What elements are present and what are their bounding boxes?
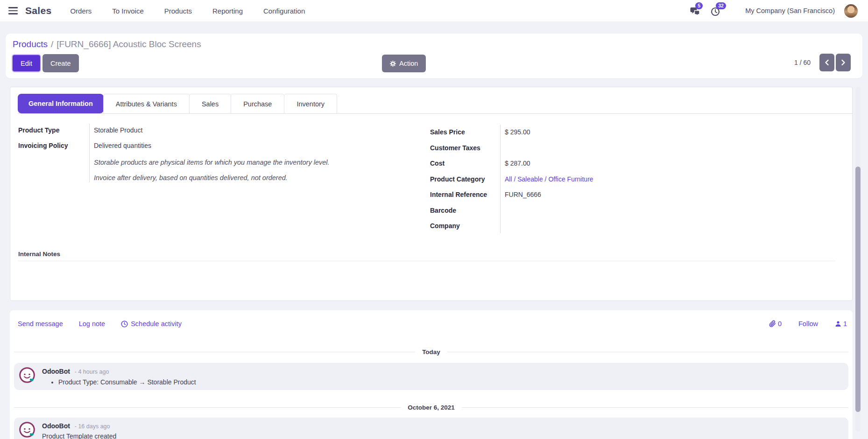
message-timestamp: - 4 hours ago <box>75 369 109 375</box>
internal-notes-section: Internal Notes <box>18 251 835 261</box>
breadcrumb-current: [FURN_6666] Acoustic Bloc Screens <box>56 39 201 49</box>
field-group-left: Product Type Storable Product Invoicing … <box>18 123 364 184</box>
create-button[interactable]: Create <box>42 54 79 72</box>
menu-to-invoice[interactable]: To Invoice <box>112 7 144 15</box>
tab-purchase[interactable]: Purchase <box>231 94 284 113</box>
menu-orders[interactable]: Orders <box>70 7 92 15</box>
send-message-button[interactable]: Send message <box>18 320 63 328</box>
activities-button[interactable]: 32 <box>711 5 723 17</box>
field-value-product-type: Storable Product <box>89 123 364 138</box>
message-october[interactable]: OdooBot - 16 days ago Product Template c… <box>14 418 848 439</box>
company-name[interactable]: My Company (San Francisco) <box>745 7 835 14</box>
odoobot-avatar <box>19 421 36 439</box>
messages-button[interactable]: 5 <box>690 5 702 17</box>
tab-attributes-variants[interactable]: Attributes & Variants <box>103 94 190 113</box>
message-header: OdooBot - 4 hours ago <box>14 363 848 375</box>
message-body: Product Template created <box>14 430 848 439</box>
field-value-customer-taxes <box>500 140 848 156</box>
follower-count: 1 <box>843 320 847 328</box>
message-author[interactable]: OdooBot <box>42 368 70 375</box>
field-value-barcode <box>500 203 848 219</box>
follow-button[interactable]: Follow <box>798 320 818 328</box>
attachment-count: 0 <box>778 320 782 328</box>
field-label-product-category: Product Category <box>430 172 500 188</box>
field-value-product-category-link[interactable]: All / Saleable / Office Furniture <box>505 175 593 183</box>
apps-menu-icon[interactable] <box>8 7 18 14</box>
date-divider-today: Today <box>14 348 848 355</box>
field-label-company: Company <box>430 218 500 234</box>
tab-inventory[interactable]: Inventory <box>284 94 337 113</box>
odoobot-avatar <box>19 367 36 384</box>
date-divider-label: October 6, 2021 <box>401 404 462 411</box>
chevron-right-icon <box>841 59 846 66</box>
pager-previous-button[interactable] <box>819 54 834 71</box>
message-today[interactable]: OdooBot - 4 hours ago Product Type: Cons… <box>14 363 848 390</box>
chatter-toolbar: Send message Log note Schedule activity … <box>18 320 847 328</box>
person-icon <box>835 321 841 327</box>
internal-notes-divider <box>18 261 835 261</box>
chatter-toolbar-right: 0 Follow 1 <box>769 320 847 328</box>
pager: 1 / 60 <box>794 54 851 71</box>
tab-general-information[interactable]: General Information <box>18 94 104 113</box>
field-label-invoicing-policy: Invoicing Policy <box>18 138 89 153</box>
top-navbar: Sales Orders To Invoice Products Reporti… <box>0 0 868 21</box>
menu-configuration[interactable]: Configuration <box>263 7 305 15</box>
field-value-internal-reference: FURN_6666 <box>500 187 848 203</box>
action-button-label: Action <box>399 60 418 67</box>
user-avatar[interactable] <box>844 4 858 18</box>
breadcrumb-products-link[interactable]: Products <box>13 39 48 49</box>
field-label-internal-reference: Internal Reference <box>430 187 500 203</box>
pager-next-button[interactable] <box>836 54 851 71</box>
paperclip-icon <box>769 320 776 328</box>
activities-badge: 32 <box>716 2 726 9</box>
control-panel: Products/[FURN_6666] Acoustic Bloc Scree… <box>6 34 862 78</box>
followers-button[interactable]: 1 <box>835 320 847 328</box>
message-author[interactable]: OdooBot <box>42 422 70 430</box>
chevron-left-icon <box>825 59 829 66</box>
edit-button[interactable]: Edit <box>12 54 41 72</box>
scrollbar-thumb[interactable] <box>855 167 861 412</box>
action-button[interactable]: Action <box>382 55 426 72</box>
product-form-sheet: General Information Attributes & Variant… <box>10 87 853 301</box>
field-value-sales-price: $ 295.00 <box>500 125 848 140</box>
chatter: Send message Log note Schedule activity … <box>10 310 853 439</box>
field-label-barcode: Barcode <box>430 203 500 219</box>
log-note-button[interactable]: Log note <box>79 320 105 328</box>
schedule-activity-button[interactable]: Schedule activity <box>121 320 182 328</box>
form-buttons: Edit Create <box>12 54 79 72</box>
menu-reporting[interactable]: Reporting <box>212 7 243 15</box>
attachments-button[interactable]: 0 <box>769 320 782 328</box>
menu-products[interactable]: Products <box>164 7 192 15</box>
date-divider-label: Today <box>415 348 447 355</box>
field-label-customer-taxes: Customer Taxes <box>430 140 500 156</box>
field-label-product-type: Product Type <box>18 123 89 138</box>
tab-sales[interactable]: Sales <box>189 94 231 113</box>
field-value-invoicing-policy: Delivered quantities <box>89 138 364 153</box>
field-label-cost: Cost <box>430 156 500 172</box>
message-body: Product Type: Consumable → Storable Prod… <box>58 378 848 386</box>
message-header: OdooBot - 16 days ago <box>14 418 848 430</box>
schedule-activity-label: Schedule activity <box>131 320 182 328</box>
schedule-clock-icon <box>121 321 128 328</box>
breadcrumb-separator: / <box>51 39 53 49</box>
help-text-storable: Storable products are physical items for… <box>89 153 364 169</box>
field-value-company <box>500 218 848 234</box>
field-value-cost: $ 287.00 <box>500 156 848 172</box>
gear-icon <box>390 61 396 67</box>
field-group-right: Sales Price $ 295.00 Customer Taxes Cost… <box>430 125 848 234</box>
main-menu: Orders To Invoice Products Reporting Con… <box>70 7 305 15</box>
notebook-tabs: General Information Attributes & Variant… <box>18 94 852 114</box>
breadcrumb: Products/[FURN_6666] Acoustic Bloc Scree… <box>13 39 201 49</box>
field-label-sales-price: Sales Price <box>430 125 500 140</box>
pager-counter: 1 / 60 <box>794 59 811 66</box>
date-divider-october: October 6, 2021 <box>14 404 848 411</box>
internal-notes-label: Internal Notes <box>18 251 835 258</box>
app-name[interactable]: Sales <box>25 5 51 16</box>
message-timestamp: - 16 days ago <box>75 423 110 430</box>
navbar-right: 5 32 My Company (San Francisco) <box>682 4 861 18</box>
help-text-invoicing: Invoice after delivery, based on quantit… <box>89 169 364 184</box>
messages-badge: 5 <box>695 2 703 9</box>
